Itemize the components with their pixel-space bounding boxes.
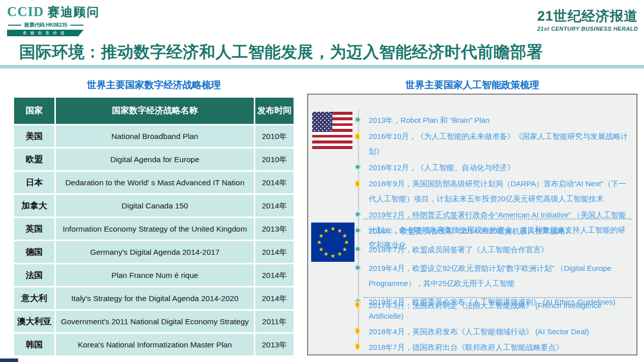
strategy-cell: Korea's National Informatization Master … — [56, 334, 254, 355]
timeline-marker-icon — [354, 327, 361, 335]
bottom-left-accent — [0, 358, 18, 362]
country-cell: 日本 — [14, 172, 54, 193]
slogan-banner: 卓越创造价值 — [7, 30, 84, 36]
ccid-logo-name: 赛迪顾问 — [47, 4, 100, 20]
eu-star-icon: ★ — [316, 239, 323, 246]
table-row: 澳大利亚Government's 2011 National Digital E… — [14, 311, 294, 332]
stock-code-text: 股票代码:HK08235 — [24, 22, 67, 29]
timeline-marker-icon — [354, 246, 361, 252]
timeline-item: 2017年3月，法国政府制定《法国人工智能战略》 (French Intelli… — [354, 300, 630, 321]
year-cell: 2010年 — [255, 125, 294, 147]
strategy-cell: Dedaration to the World' s Mast Advanced… — [56, 172, 254, 193]
country-cell: 欧盟 — [14, 149, 54, 170]
timeline-marker-icon — [354, 301, 361, 309]
timeline-marker-icon — [354, 342, 361, 350]
timeline-text: 2018年7月，欧盟成员国签署了《人工智能合作宣言》 — [369, 245, 548, 254]
country-cell: 韩国 — [14, 334, 54, 355]
timeline-group-other: 2017年3月，法国政府制定《法国人工智能战略》 (French Intelli… — [354, 300, 630, 357]
timeline-marker-icon — [354, 132, 361, 140]
timeline-text: 2017年3月，法国政府制定《法国人工智能战略》 (French Intelli… — [369, 301, 602, 320]
year-cell: 2011年 — [255, 311, 294, 332]
timeline-item: 2018年7月，欧盟成员国签署了《人工智能合作宣言》 — [354, 242, 630, 257]
timeline-marker-icon — [354, 164, 361, 170]
table-header-row: 国家 国家数字经济战略名称 发布时间 — [14, 98, 294, 124]
ccid-logo-text: CCID — [7, 4, 44, 20]
table-row: 韩国Korea's National Informatization Maste… — [14, 334, 294, 355]
strategy-cell: Plan France Num é rique — [56, 264, 254, 286]
year-cell: 2010年 — [255, 149, 294, 170]
us-flag — [312, 112, 352, 149]
timeline-marker-icon — [354, 211, 361, 218]
dash-right — [70, 25, 84, 26]
media-logo-cn: 21世纪经济报道 — [537, 7, 638, 25]
strategy-cell: Government's 2011 National Digital Econo… — [56, 311, 254, 332]
timeline-text: 2014年，欧盟委员会发布《2014-2020欧洲机器人技术战略》 — [369, 227, 573, 235]
timeline-marker-icon — [354, 264, 361, 271]
timeline-text: 2018年4月，英国政府发布《人工智能领域行动》 (AI Sector Deal… — [369, 327, 589, 336]
year-cell: 2013年 — [255, 334, 294, 355]
year-cell: 2014年 — [255, 241, 294, 263]
table-row: 意大利Italy's Strategy for the Digital Agen… — [14, 287, 294, 309]
country-cell: 英国 — [14, 218, 54, 240]
table-row: 欧盟Digital Agenda for Europe2010年 — [14, 149, 294, 170]
timeline-text: 2018年7月，德国政府出台《联邦政府人工智能战略要点》 — [369, 343, 563, 351]
table-row: 法国Plan France Num é rique2014年 — [14, 264, 294, 286]
eu-star-icon: ★ — [329, 225, 336, 232]
left-section-title: 世界主要国家数字经济战略梳理 — [14, 79, 294, 92]
year-cell: 2014年 — [255, 287, 294, 309]
strategy-cell: Digital Agenda for Europe — [56, 149, 254, 170]
ai-policy-panel: ★★★★★★★★★★★★ 2013年，Robot Plan 和 “Brain” … — [307, 94, 637, 355]
strategy-cell: Information Economy Strategy of the Unit… — [56, 218, 254, 240]
year-cell: 2013年 — [255, 218, 294, 240]
ccid-logo: CCID 赛迪顾问 股票代码:HK08235 卓越创造价值 — [7, 4, 108, 36]
table-row: 日本Dedaration to the World' s Mast Advanc… — [14, 172, 294, 193]
section-divider — [364, 297, 631, 298]
table-body: 美国National Broadband Plan2010年欧盟Digital … — [14, 125, 294, 355]
right-section-title: 世界主要国家人工智能政策梳理 — [307, 79, 637, 92]
eu-star-icon: ★ — [343, 239, 350, 246]
country-cell: 德国 — [14, 241, 54, 263]
column-header-year: 发布时间 — [255, 98, 294, 124]
timeline-text: 2016年12月，《人工智能、自动化与经济》 — [369, 163, 515, 172]
table-row: 德国Germany's Digital Agenda 2014-20172014… — [14, 241, 294, 263]
digital-economy-table: 国家 国家数字经济战略名称 发布时间 美国National Broadband … — [14, 98, 294, 357]
section-divider — [364, 219, 631, 220]
column-header-country: 国家 — [14, 98, 54, 124]
stock-code: 股票代码:HK08235 — [8, 22, 108, 29]
country-cell: 美国 — [14, 125, 54, 147]
timeline-text: 2019年4月，欧盟设立92亿欧元资助计划“数字欧洲计划” （Digital E… — [369, 264, 611, 287]
strategy-cell: National Broadband Plan — [56, 125, 254, 147]
year-cell: 2014年 — [255, 172, 294, 193]
eu-star-icon: ★ — [318, 246, 325, 253]
table-row: 美国National Broadband Plan2010年 — [14, 125, 294, 147]
eu-star-icon: ★ — [336, 250, 343, 257]
timeline-marker-icon — [354, 180, 361, 188]
country-cell: 加拿大 — [14, 195, 54, 216]
us-flag-canton — [312, 112, 332, 132]
timeline-marker-icon — [354, 116, 361, 123]
timeline-item: 2019年4月，欧盟设立92亿欧元资助计划“数字欧洲计划” （Digital E… — [354, 261, 630, 291]
year-cell: 2014年 — [255, 264, 294, 286]
eu-star-icon: ★ — [329, 252, 336, 259]
column-header-strategy: 国家数字经济战略名称 — [56, 98, 254, 124]
strategy-cell: Digital Canada 150 — [56, 195, 254, 216]
timeline-text: 2018年9月，美国国防部高级研究计划局（DARPA）宣布启动“AI Next”… — [369, 179, 626, 203]
page-title: 国际环境：推动数字经济和人工智能发展，为迈入智能经济时代前瞻部署 — [19, 41, 623, 63]
title-divider — [0, 65, 644, 68]
media-logo: 21世纪经济报道 21st CENTURY BUSINESS HERALD — [537, 7, 638, 32]
timeline-item: 2018年7月，德国政府出台《联邦政府人工智能战略要点》 — [354, 342, 630, 352]
timeline-text: 2016年10月，《为人工智能的未来做准备》《国家人工智能研究与发展战略计划》 — [369, 132, 628, 156]
strategy-cell: Germany's Digital Agenda 2014-2017 — [56, 241, 254, 263]
eu-star-icon: ★ — [323, 227, 330, 234]
timeline-item: 2013年，Robot Plan 和 “Brain” Plan — [354, 113, 630, 128]
timeline-item: 2014年，欧盟委员会发布《2014-2020欧洲机器人技术战略》 — [354, 224, 630, 239]
table-row: 加拿大Digital Canada 1502014年 — [14, 195, 294, 216]
table-row: 英国Information Economy Strategy of the Un… — [14, 218, 294, 240]
eu-flag: ★★★★★★★★★★★★ — [311, 223, 354, 262]
country-cell: 法国 — [14, 264, 54, 286]
year-cell: 2014年 — [255, 195, 294, 216]
timeline-item: 2016年12月，《人工智能、自动化与经济》 — [354, 160, 630, 175]
timeline-text: 2013年，Robot Plan 和 “Brain” Plan — [369, 116, 489, 124]
media-logo-en: 21st CENTURY BUSINESS HERALD — [537, 26, 638, 32]
eu-star-icon: ★ — [341, 232, 348, 239]
